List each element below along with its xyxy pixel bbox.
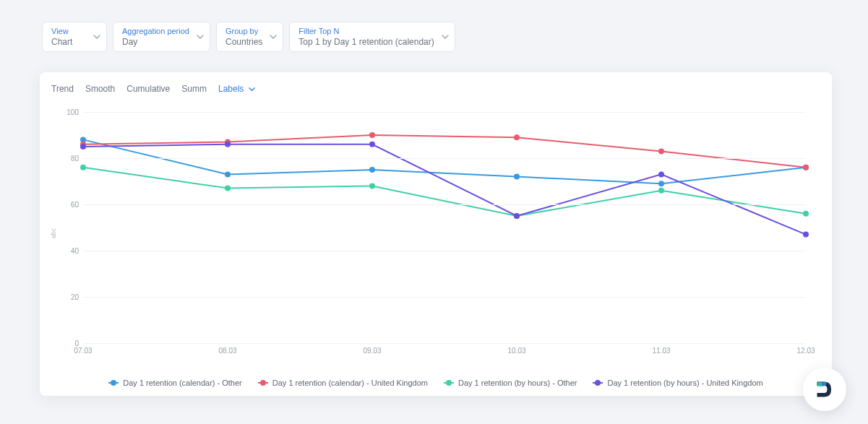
series-point[interactable] xyxy=(80,144,86,150)
chart-legend: Day 1 retention (calendar) - OtherDay 1 … xyxy=(40,378,832,387)
legend-marker-icon xyxy=(593,380,603,386)
x-tick-label: 10.03 xyxy=(507,347,525,355)
series-point[interactable] xyxy=(658,188,664,194)
series-point[interactable] xyxy=(803,211,809,217)
y-tick-label: 80 xyxy=(59,155,79,163)
x-tick-label: 11.03 xyxy=(652,347,670,355)
view-label: View xyxy=(51,27,86,36)
brand-logo-icon xyxy=(815,379,835,399)
series-point[interactable] xyxy=(803,165,809,170)
tab-labels-text: Labels xyxy=(218,84,244,94)
series-line xyxy=(83,135,806,168)
series-point[interactable] xyxy=(369,142,375,147)
y-tick-label: 0 xyxy=(59,339,79,347)
y-tick-label: 100 xyxy=(59,108,79,116)
series-point[interactable] xyxy=(658,171,664,177)
y-tick-label: 60 xyxy=(59,201,79,209)
aggregation-label: Aggregation period xyxy=(122,27,189,36)
series-point[interactable] xyxy=(80,165,86,170)
gridline xyxy=(83,297,806,298)
y-tick-label: 20 xyxy=(59,293,79,301)
series-point[interactable] xyxy=(369,183,375,189)
filter-label: Filter Top N xyxy=(298,27,434,36)
gridline xyxy=(83,204,806,205)
tab-summ[interactable]: Summ xyxy=(181,84,207,94)
x-tick-label: 12.03 xyxy=(796,347,815,355)
chevron-down-icon xyxy=(197,33,204,40)
groupby-value: Countries xyxy=(225,37,262,47)
series-point[interactable] xyxy=(225,186,231,191)
legend-label: Day 1 retention (calendar) - United King… xyxy=(272,378,428,387)
legend-marker-icon xyxy=(444,380,454,386)
series-line xyxy=(83,168,806,216)
tab-trend[interactable]: Trend xyxy=(51,84,74,94)
legend-marker-icon xyxy=(108,380,119,386)
gridline xyxy=(83,112,806,113)
gridline xyxy=(83,343,806,344)
series-line xyxy=(83,139,806,183)
aggregation-value: Day xyxy=(122,37,189,47)
view-dropdown[interactable]: View Chart xyxy=(42,22,107,52)
legend-label: Day 1 retention (by hours) - United King… xyxy=(607,378,762,387)
aggregation-dropdown[interactable]: Aggregation period Day xyxy=(113,22,210,52)
tab-cumulative[interactable]: Cumulative xyxy=(126,84,170,94)
gridline xyxy=(83,158,806,159)
legend-marker-icon xyxy=(258,380,268,386)
view-value: Chart xyxy=(51,37,86,47)
groupby-dropdown[interactable]: Group by Countries xyxy=(216,22,283,52)
chevron-down-icon xyxy=(93,33,100,40)
brand-logo-badge[interactable] xyxy=(803,368,846,411)
chevron-down-icon xyxy=(270,33,277,40)
series-point[interactable] xyxy=(514,174,520,180)
filter-dropdown[interactable]: Filter Top N Top 1 by Day 1 retention (c… xyxy=(289,22,455,52)
series-point[interactable] xyxy=(225,171,231,177)
filter-bar: View Chart Aggregation period Day Group … xyxy=(0,0,868,52)
legend-item[interactable]: Day 1 retention (by hours) - Other xyxy=(444,378,577,387)
legend-label: Day 1 retention (by hours) - Other xyxy=(458,378,577,387)
x-tick-label: 08.03 xyxy=(218,347,236,355)
series-point[interactable] xyxy=(514,213,520,219)
groupby-label: Group by xyxy=(225,27,262,36)
series-point[interactable] xyxy=(225,142,231,147)
series-point[interactable] xyxy=(369,132,375,138)
series-point[interactable] xyxy=(658,181,664,186)
chevron-down-icon xyxy=(249,86,255,92)
x-tick-label: 07.03 xyxy=(74,347,92,355)
legend-item[interactable]: Day 1 retention (calendar) - United King… xyxy=(258,378,428,387)
gridline xyxy=(83,251,806,251)
series-point[interactable] xyxy=(658,148,664,154)
x-tick-label: 09.03 xyxy=(363,347,381,355)
chart-lines xyxy=(83,112,806,343)
chart-card: Trend Smooth Cumulative Summ Labels abc … xyxy=(40,72,832,396)
y-axis-title: abc xyxy=(50,228,57,239)
legend-item[interactable]: Day 1 retention (by hours) - United King… xyxy=(593,378,762,387)
chevron-down-icon xyxy=(442,33,449,40)
legend-label: Day 1 retention (calendar) - Other xyxy=(123,378,241,387)
series-point[interactable] xyxy=(514,134,520,140)
filter-value: Top 1 by Day 1 retention (calendar) xyxy=(298,37,434,47)
series-point[interactable] xyxy=(803,232,809,238)
series-point[interactable] xyxy=(369,167,375,173)
chart-plot: abc 02040608010007.0308.0309.0310.0311.0… xyxy=(83,112,806,343)
tab-smooth[interactable]: Smooth xyxy=(85,84,115,94)
chart-tabs: Trend Smooth Cumulative Summ Labels xyxy=(40,72,832,94)
y-tick-label: 40 xyxy=(59,247,79,255)
tab-labels[interactable]: Labels xyxy=(218,84,255,94)
legend-item[interactable]: Day 1 retention (calendar) - Other xyxy=(108,378,241,387)
